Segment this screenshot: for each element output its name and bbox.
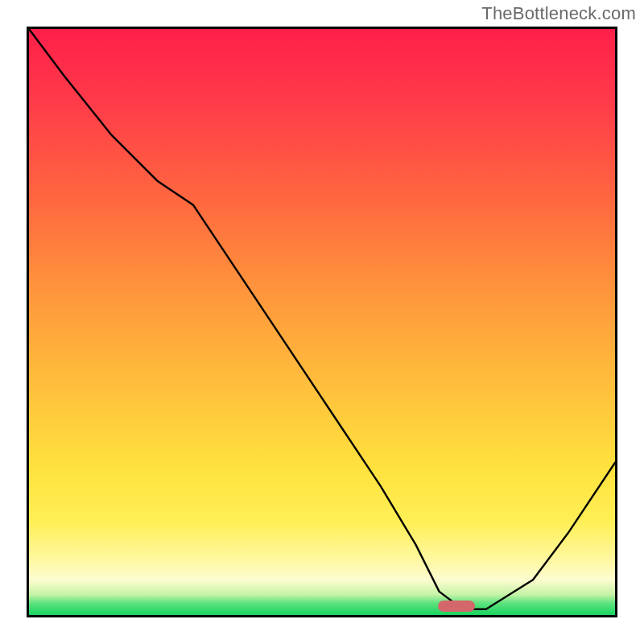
- chart-plot-area: [27, 27, 617, 617]
- chart-curve-svg: [29, 29, 615, 615]
- bottleneck-curve-path: [29, 29, 615, 609]
- optimal-marker: [438, 601, 475, 612]
- watermark-text: TheBottleneck.com: [481, 3, 636, 24]
- chart-stage: TheBottleneck.com: [0, 0, 644, 644]
